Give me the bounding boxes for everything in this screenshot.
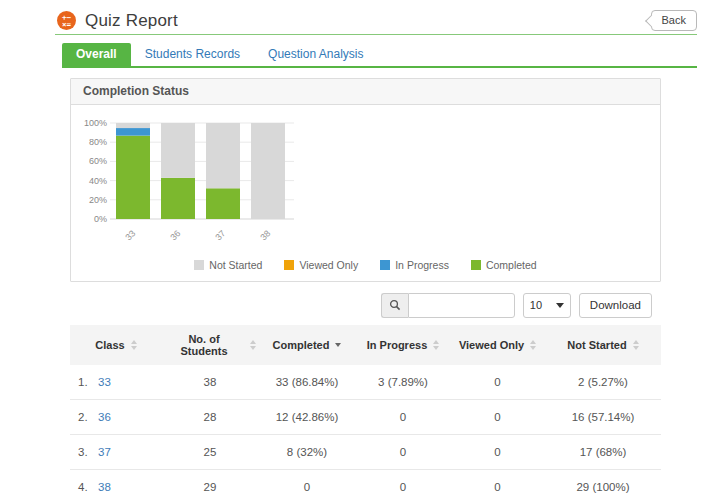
legend-label: Viewed Only <box>299 259 358 271</box>
legend-label: Not Started <box>209 259 262 271</box>
legend-label: In Progress <box>395 259 449 271</box>
cell-completed: 8 (32%) <box>258 435 356 470</box>
row-index: 1. <box>78 376 98 388</box>
panel-body: 0%20%40%60%80%100%33363738 Not StartedVi… <box>71 105 660 281</box>
y-axis-tick: 80% <box>89 137 107 147</box>
y-axis-tick: 60% <box>89 156 107 166</box>
tab-question-analysis[interactable]: Question Analysis <box>254 43 377 66</box>
column-label: Class <box>95 339 124 351</box>
table-toolbar: 10 Download <box>70 292 661 318</box>
class-link[interactable]: 37 <box>98 446 111 458</box>
sort-icon <box>633 340 639 350</box>
cell-not-started: 16 (57.14%) <box>545 400 661 435</box>
class-cell: 4.38 <box>70 470 162 500</box>
column-header-in-progress[interactable]: In Progress <box>356 325 450 365</box>
page-size-select[interactable]: 10 <box>523 293 571 318</box>
table-row: 3.37258 (32%)0017 (68%) <box>70 435 661 470</box>
column-header-viewed-only[interactable]: Viewed Only <box>450 325 545 365</box>
bar-segment-completed <box>116 136 150 219</box>
back-button[interactable]: Back <box>651 10 697 31</box>
x-axis-label: 36 <box>168 228 182 242</box>
column-header-not-started[interactable]: Not Started <box>545 325 661 365</box>
cell-students: 29 <box>162 470 258 500</box>
x-axis-label: 38 <box>258 228 272 242</box>
column-header-completed[interactable]: Completed <box>258 325 356 365</box>
class-link[interactable]: 38 <box>98 481 111 493</box>
cell-completed: 12 (42.86%) <box>258 400 356 435</box>
cell-viewed-only: 0 <box>450 470 545 500</box>
page-size-value: 10 <box>530 299 542 311</box>
header-divider <box>55 34 697 35</box>
cell-students: 38 <box>162 365 258 400</box>
row-index: 2. <box>78 411 98 423</box>
y-axis-tick: 20% <box>89 195 107 205</box>
column-label: Viewed Only <box>459 339 524 351</box>
page-title: Quiz Report <box>85 11 178 31</box>
cell-completed: 33 (86.84%) <box>258 365 356 400</box>
x-axis-label: 33 <box>123 228 137 242</box>
cell-in-progress: 0 <box>356 435 450 470</box>
table-row: 4.382900029 (100%) <box>70 470 661 500</box>
cell-not-started: 17 (68%) <box>545 435 661 470</box>
cell-students: 28 <box>162 400 258 435</box>
y-axis-tick: 100% <box>84 118 107 128</box>
legend-swatch-icon <box>284 260 294 270</box>
legend-swatch-icon <box>471 260 481 270</box>
table-row: 1.333833 (86.84%)3 (7.89%)02 (5.27%) <box>70 365 661 400</box>
cell-not-started: 29 (100%) <box>545 470 661 500</box>
class-cell: 2.36 <box>70 400 162 435</box>
table-header: ClassNo. of StudentsCompletedIn Progress… <box>70 325 661 365</box>
cell-students: 25 <box>162 435 258 470</box>
chart-legend: Not StartedViewed OnlyIn ProgressComplet… <box>81 259 650 271</box>
bar-segment-completed <box>161 178 195 219</box>
search-group <box>381 293 515 318</box>
legend-swatch-icon <box>194 260 204 270</box>
legend-label: Completed <box>486 259 537 271</box>
completion-status-chart: 0%20%40%60%80%100%33363738 <box>81 113 381 253</box>
column-header-class[interactable]: Class <box>70 325 162 365</box>
cell-in-progress: 3 (7.89%) <box>356 365 450 400</box>
class-cell: 1.33 <box>70 365 162 400</box>
column-label: Completed <box>273 339 330 351</box>
sort-icon <box>131 340 137 350</box>
tab-students-records[interactable]: Students Records <box>131 43 254 66</box>
download-button[interactable]: Download <box>579 293 652 318</box>
legend-item-in-progress: In Progress <box>380 259 449 271</box>
x-axis-label: 37 <box>213 228 227 242</box>
column-header-no-of-students[interactable]: No. of Students <box>162 325 258 365</box>
y-axis-tick: 0% <box>94 214 107 224</box>
quiz-math-icon: +− ×= <box>57 11 76 30</box>
report-tabs: Overall Students Records Question Analys… <box>62 43 697 68</box>
bar-segment-not-started <box>116 123 150 128</box>
completion-status-panel: Completion Status 0%20%40%60%80%100%3336… <box>70 78 661 282</box>
legend-item-not-started: Not Started <box>194 259 262 271</box>
search-input[interactable] <box>408 293 515 318</box>
cell-viewed-only: 0 <box>450 365 545 400</box>
legend-swatch-icon <box>380 260 390 270</box>
cell-not-started: 2 (5.27%) <box>545 365 661 400</box>
sort-icon <box>530 340 536 350</box>
cell-completed: 0 <box>258 470 356 500</box>
column-label: No. of Students <box>164 333 244 357</box>
bar-segment-not-started <box>206 123 240 188</box>
legend-item-viewed-only: Viewed Only <box>284 259 358 271</box>
cell-viewed-only: 0 <box>450 400 545 435</box>
bar-segment-in-progress <box>116 128 150 136</box>
sort-icon <box>250 340 256 350</box>
page-header: +− ×= Quiz Report Back <box>0 0 720 32</box>
y-axis-tick: 40% <box>89 176 107 186</box>
overall-tab-content: Completion Status 0%20%40%60%80%100%3336… <box>70 78 661 500</box>
column-label: Not Started <box>567 339 626 351</box>
class-link[interactable]: 36 <box>98 411 111 423</box>
bar-segment-not-started <box>161 123 195 178</box>
cell-in-progress: 0 <box>356 400 450 435</box>
row-index: 3. <box>78 446 98 458</box>
legend-item-completed: Completed <box>471 259 537 271</box>
svg-text:×=: ×= <box>62 20 72 29</box>
row-index: 4. <box>78 481 98 493</box>
cell-in-progress: 0 <box>356 470 450 500</box>
completion-table: ClassNo. of StudentsCompletedIn Progress… <box>70 325 661 500</box>
class-cell: 3.37 <box>70 435 162 470</box>
tab-overall[interactable]: Overall <box>62 43 131 66</box>
class-link[interactable]: 33 <box>98 376 111 388</box>
